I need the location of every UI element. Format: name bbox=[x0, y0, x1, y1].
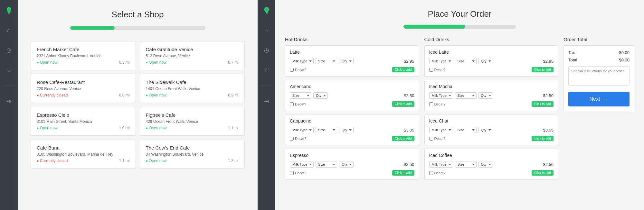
drink-price: $2.50 bbox=[404, 162, 414, 167]
left-main-content: Select a Shop French Market Cafe 2321 Ab… bbox=[18, 0, 258, 210]
decaf-checkbox[interactable] bbox=[290, 102, 294, 106]
shop-card[interactable]: Cafe Buna 3105 Washington Boulevard, Mar… bbox=[31, 140, 136, 169]
drink-controls: Milk TypeWholeSkimOatAlmondSizeSmallMedi… bbox=[429, 92, 554, 99]
click-to-add-button[interactable]: Click to add bbox=[392, 170, 414, 176]
milk-type-select[interactable]: Milk TypeWholeSkimOatAlmond bbox=[290, 127, 314, 133]
click-to-add-button[interactable]: Click to add bbox=[392, 67, 414, 72]
shop-status: ●Open now! bbox=[146, 159, 168, 163]
right-panel: ⌂ ◷ ♡ ⇥ Place Your Order Hot Drinks Latt… bbox=[258, 0, 644, 210]
shop-status-row: ●Open now! 0.9 mi bbox=[146, 93, 239, 97]
size-select[interactable]: SizeSmallMediumLarge bbox=[455, 127, 477, 133]
qty-select[interactable]: Qty123 bbox=[313, 92, 328, 99]
tax-label: Tax bbox=[568, 50, 575, 55]
qty-select[interactable]: Qty123 bbox=[339, 58, 354, 64]
app-logo-icon bbox=[4, 5, 14, 15]
qty-select[interactable]: Qty123 bbox=[478, 58, 493, 64]
size-select[interactable]: SizeSmallMediumLarge bbox=[316, 161, 337, 168]
drink-card: Latte Milk TypeWholeSkimOatAlmondSizeSma… bbox=[285, 45, 419, 77]
right-heart-icon[interactable]: ♡ bbox=[261, 65, 272, 75]
click-to-add-button[interactable]: Click to add bbox=[532, 101, 554, 107]
decaf-checkbox[interactable] bbox=[429, 102, 433, 106]
order-page-title: Place Your Order bbox=[285, 9, 634, 19]
status-icon: ● bbox=[146, 60, 148, 64]
shop-address: 34 Washington Boulevard, Venice bbox=[146, 152, 239, 157]
shop-card[interactable]: French Market Cafe 2321 Abbot Kinney Bou… bbox=[31, 41, 136, 70]
size-select[interactable]: SizeSmallMediumLarge bbox=[316, 127, 337, 133]
decaf-checkbox[interactable] bbox=[429, 68, 433, 72]
next-button[interactable]: Next → bbox=[568, 92, 630, 106]
milk-type-select[interactable]: Milk TypeWholeSkimOatAlmond bbox=[429, 161, 453, 168]
click-to-add-button[interactable]: Click to add bbox=[532, 67, 554, 72]
shop-status: ●Open now! bbox=[146, 126, 168, 130]
cold-drinks-column: Cold Drinks Iced Latte Milk TypeWholeSki… bbox=[424, 37, 559, 204]
left-panel: ⌂ ◷ ♡ ⇥ Select a Shop French Market Cafe… bbox=[0, 0, 258, 210]
drink-name: Cappucino bbox=[290, 118, 414, 123]
qty-select[interactable]: Qty123 bbox=[478, 161, 493, 168]
size-select[interactable]: SizeSmallMediumLarge bbox=[290, 92, 311, 99]
shop-distance: 1.3 mi bbox=[228, 159, 239, 163]
shop-card[interactable]: The Cow's End Cafe 34 Washington Bouleva… bbox=[140, 140, 245, 169]
next-arrow-icon: → bbox=[603, 96, 608, 102]
drink-name: Americano bbox=[290, 84, 414, 89]
shop-name: French Market Cafe bbox=[37, 47, 130, 52]
shop-card[interactable]: Espresso Cielo 3101 Main Street, Santa M… bbox=[31, 107, 136, 136]
milk-type-select[interactable]: Milk TypeWholeSkimOatAlmond bbox=[429, 127, 453, 133]
shop-address: 220 Rose Avenue, Venice bbox=[37, 87, 130, 91]
drink-name: Iced Mocha bbox=[429, 84, 554, 89]
right-home-icon[interactable]: ⌂ bbox=[261, 25, 272, 35]
size-select[interactable]: SizeSmallMediumLarge bbox=[316, 58, 337, 64]
order-progress-container bbox=[285, 25, 634, 29]
milk-type-select[interactable]: Milk TypeWholeSkimOatAlmond bbox=[429, 92, 453, 99]
decaf-checkbox[interactable] bbox=[429, 171, 433, 175]
drink-price: $2.95 bbox=[404, 59, 414, 64]
size-select[interactable]: SizeSmallMediumLarge bbox=[455, 92, 477, 99]
click-to-add-button[interactable]: Click to add bbox=[532, 136, 554, 141]
shop-status: ●Open now! bbox=[146, 93, 168, 97]
status-icon: ● bbox=[146, 159, 148, 163]
shop-card[interactable]: Rose Cafe-Restaurant 220 Rose Avenue, Ve… bbox=[31, 74, 136, 103]
next-label: Next bbox=[590, 96, 600, 102]
decaf-checkbox[interactable] bbox=[429, 137, 433, 141]
size-select[interactable]: SizeSmallMediumLarge bbox=[455, 58, 477, 64]
drink-controls: Milk TypeWholeSkimOatAlmondSizeSmallMedi… bbox=[290, 161, 414, 168]
total-label: Total bbox=[568, 58, 577, 62]
drink-name: Iced Coffee bbox=[429, 153, 554, 158]
click-to-add-button[interactable]: Click to add bbox=[392, 101, 414, 107]
heart-icon[interactable]: ♡ bbox=[4, 65, 14, 75]
shop-card[interactable]: Cafe Gratitude Venice 512 Rose Avenue, V… bbox=[140, 41, 245, 70]
status-icon: ● bbox=[146, 126, 148, 130]
drink-price: $3.05 bbox=[404, 128, 414, 132]
right-clock-icon[interactable]: ◷ bbox=[261, 45, 272, 55]
shop-address: 1401 Ocean Front Walk, Venice bbox=[146, 87, 239, 91]
hot-drinks-list: Latte Milk TypeWholeSkimOatAlmondSizeSma… bbox=[285, 45, 419, 183]
logout-icon[interactable]: ⇥ bbox=[4, 96, 14, 106]
qty-select[interactable]: Qty123 bbox=[339, 161, 354, 168]
home-icon[interactable]: ⌂ bbox=[4, 25, 14, 35]
shop-card[interactable]: Figtree's Cafe 429 Ocean Front Walk, Ven… bbox=[140, 107, 245, 136]
right-sidebar: ⌂ ◷ ♡ ⇥ bbox=[258, 0, 275, 210]
qty-select[interactable]: Qty123 bbox=[339, 127, 354, 133]
shop-address: 3101 Main Street, Santa Monica bbox=[37, 119, 130, 124]
shop-status-row: ●Open now! 1.3 mi bbox=[146, 159, 239, 163]
instructions-textarea[interactable] bbox=[568, 66, 630, 86]
status-icon: ● bbox=[37, 93, 39, 97]
size-select[interactable]: SizeSmallMediumLarge bbox=[455, 161, 477, 168]
decaf-checkbox[interactable] bbox=[290, 137, 294, 141]
decaf-checkbox[interactable] bbox=[290, 68, 294, 72]
milk-type-select[interactable]: Milk TypeWholeSkimOatAlmond bbox=[290, 161, 314, 168]
shop-status-row: ●Open now! 1.0 mi bbox=[37, 126, 130, 130]
click-to-add-button[interactable]: Click to add bbox=[392, 136, 414, 141]
shop-card[interactable]: The Sidewalk Cafe 1401 Ocean Front Walk,… bbox=[140, 74, 245, 103]
qty-select[interactable]: Qty123 bbox=[478, 92, 493, 99]
qty-select[interactable]: Qty123 bbox=[478, 127, 493, 133]
drink-card: Iced Coffee Milk TypeWholeSkimOatAlmondS… bbox=[424, 149, 559, 180]
milk-type-select[interactable]: Milk TypeWholeSkimOatAlmond bbox=[429, 58, 453, 64]
clock-icon[interactable]: ◷ bbox=[4, 45, 14, 55]
right-app-logo-icon bbox=[261, 5, 272, 15]
right-logout-icon[interactable]: ⇥ bbox=[261, 96, 272, 106]
milk-type-select[interactable]: Milk TypeWholeSkimOatAlmond bbox=[290, 58, 314, 64]
click-to-add-button[interactable]: Click to add bbox=[532, 170, 554, 176]
decaf-label: Decaf? bbox=[429, 137, 446, 141]
decaf-row: Decaf? Click to add bbox=[290, 101, 414, 107]
decaf-checkbox[interactable] bbox=[290, 171, 294, 175]
